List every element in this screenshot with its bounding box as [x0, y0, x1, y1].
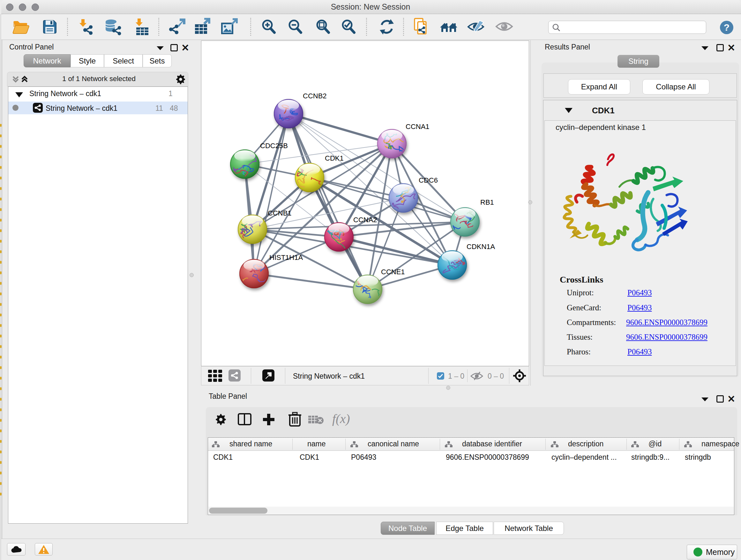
svg-text:CCNB1: CCNB1: [268, 209, 292, 217]
svg-text:CDKN1A: CDKN1A: [467, 243, 495, 251]
svg-text:CCNE1: CCNE1: [381, 268, 405, 276]
svg-text:RB1: RB1: [480, 198, 494, 206]
svg-text:CCNA1: CCNA1: [406, 123, 429, 131]
svg-text:CDC6: CDC6: [419, 176, 438, 184]
svg-text:HIST1H1A: HIST1H1A: [269, 253, 303, 261]
svg-text:CCNA2: CCNA2: [353, 216, 377, 224]
svg-text:CDK1: CDK1: [325, 154, 344, 162]
svg-text:CCNB2: CCNB2: [303, 92, 327, 100]
svg-text:CDC25B: CDC25B: [260, 142, 288, 150]
